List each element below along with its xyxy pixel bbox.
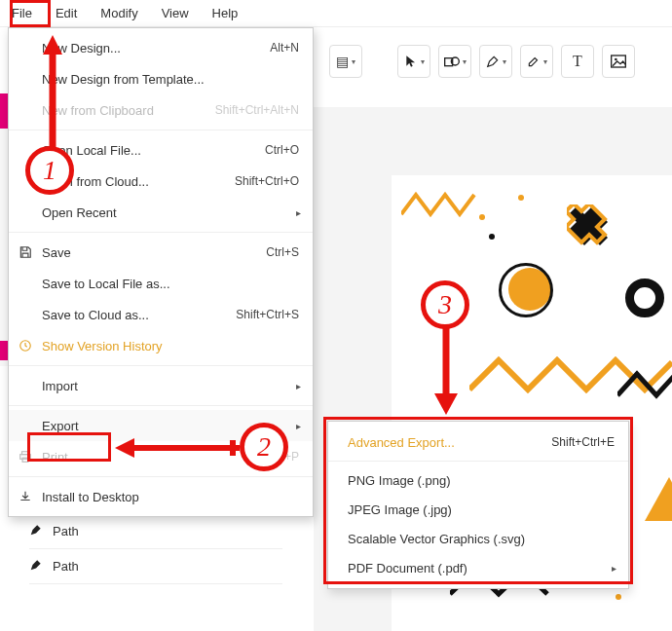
menu-save-cloud-as[interactable]: Save to Cloud as... Shift+Ctrl+S [9, 299, 313, 330]
toolbar-text[interactable]: T [561, 45, 594, 78]
toolbar-shapes[interactable]: ▾ [438, 45, 471, 78]
layer-row-path-2[interactable]: Path [29, 549, 282, 584]
menu-save-local-as[interactable]: Save to Local File as... [9, 268, 313, 299]
file-dropdown: New Design... Alt+N New Design from Temp… [8, 27, 314, 517]
menu-separator [328, 461, 628, 462]
submenu-png[interactable]: PNG Image (.png) [328, 465, 628, 495]
layer-label: Path [53, 524, 79, 538]
menubar: File Edit Modify View Help [0, 0, 672, 27]
menu-open-recent[interactable]: Open Recent ▸ [9, 197, 313, 228]
menu-file[interactable]: File [0, 2, 44, 24]
menu-separator [9, 130, 313, 130]
toolbar-cursor[interactable]: ▾ [397, 45, 430, 78]
menu-import[interactable]: Import ▸ [9, 370, 313, 401]
toolbar-eyedropper[interactable]: ▾ [520, 45, 553, 78]
menu-separator [9, 476, 313, 477]
print-icon [19, 450, 42, 464]
layer-row-path-1[interactable]: Path [29, 514, 282, 549]
menu-save[interactable]: Save Ctrl+S [9, 237, 313, 268]
save-icon [19, 245, 42, 259]
menu-new-from-template[interactable]: New Design from Template... [9, 63, 313, 94]
submenu-arrow-icon: ▸ [296, 421, 301, 431]
submenu-arrow-icon: ▸ [296, 381, 301, 391]
pink-accent-1 [0, 93, 8, 129]
menu-separator [9, 232, 313, 233]
svg-marker-4 [645, 477, 672, 521]
document-toolbar: ▤▾ ▾ ▾ ▾ ▾ T [321, 41, 672, 82]
menu-separator [9, 405, 313, 406]
menu-help[interactable]: Help [201, 2, 250, 24]
menu-install-desktop[interactable]: Install to Desktop [9, 481, 313, 512]
menu-print: Print... Ctrl+P [9, 441, 313, 472]
submenu-arrow-icon: ▸ [612, 563, 616, 574]
submenu-arrow-icon: ▸ [296, 207, 301, 218]
pen-icon [29, 523, 53, 539]
menu-export[interactable]: Export ▸ [9, 410, 313, 441]
menu-version-history[interactable]: Show Version History [9, 330, 313, 361]
layer-list: Path Path [29, 514, 282, 584]
submenu-advanced-export[interactable]: Advanced Export... Shift+Ctrl+E [328, 427, 628, 457]
menu-new-design[interactable]: New Design... Alt+N [9, 32, 313, 63]
menu-open-cloud[interactable]: Open from Cloud... Shift+Ctrl+O [9, 166, 313, 197]
submenu-svg[interactable]: Scalable Vector Graphics (.svg) [328, 524, 628, 553]
pink-accent-2 [0, 341, 8, 360]
toolbar-zoom-dropdown[interactable]: ▤▾ [329, 45, 362, 78]
submenu-jpeg[interactable]: JPEG Image (.jpg) [328, 495, 628, 524]
menu-new-from-clipboard: New from Clipboard Shift+Ctrl+Alt+N [9, 94, 313, 126]
history-icon [19, 339, 42, 353]
menu-separator [9, 365, 313, 366]
pen-icon [29, 558, 53, 575]
toolbar-pen[interactable]: ▾ [479, 45, 512, 78]
export-submenu: Advanced Export... Shift+Ctrl+E PNG Imag… [327, 421, 629, 589]
submenu-pdf[interactable]: PDF Document (.pdf) ▸ [328, 553, 628, 582]
menu-modify[interactable]: Modify [89, 2, 149, 24]
menu-edit[interactable]: Edit [44, 2, 89, 24]
layer-label: Path [53, 559, 79, 574]
menu-view[interactable]: View [150, 2, 201, 24]
left-panel-strip [0, 93, 8, 366]
toolbar-image[interactable] [602, 45, 635, 78]
svg-point-3 [615, 58, 617, 61]
install-icon [19, 490, 42, 503]
menu-open-local[interactable]: Open Local File... Ctrl+O [9, 134, 313, 166]
